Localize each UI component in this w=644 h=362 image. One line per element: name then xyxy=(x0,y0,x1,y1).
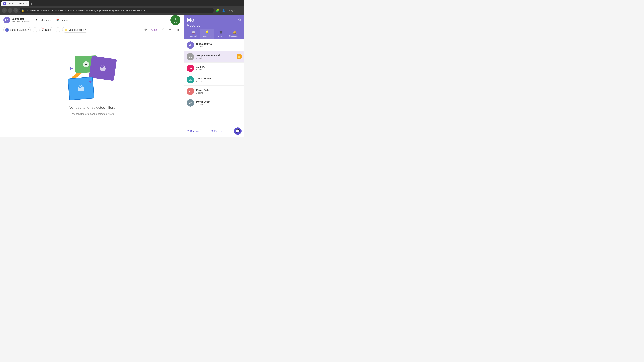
user-role: Teacher - 2 Classes xyxy=(12,20,30,23)
folder-icon: 📁 xyxy=(64,28,68,31)
tab-close-button[interactable]: ✕ xyxy=(26,2,27,5)
address-bar[interactable]: 🔒 ☆ xyxy=(20,8,214,13)
student-selector[interactable]: 👤 Sample Student ▾ xyxy=(3,27,30,33)
journal-item-info: Sample Student - Vi7 posts xyxy=(196,54,235,59)
grid-view-button[interactable]: ⊞ xyxy=(175,27,180,33)
journal-item-posts: 7 posts xyxy=(196,45,242,48)
date-filter[interactable]: 📅 Dates xyxy=(39,27,54,32)
star-icon[interactable]: ☆ xyxy=(210,9,212,12)
browser-action-buttons: 🧩 👤 Incognito ⋮ xyxy=(215,8,242,13)
browser-nav-controls: ‹ › ↻ xyxy=(2,8,18,13)
app-container: LD Lauren Deli Teacher - 2 Classes 💬 Mes… xyxy=(0,15,244,137)
folder-label: Video Lessons xyxy=(69,28,84,31)
tab-journal[interactable]: 📖 Journal xyxy=(187,29,200,39)
journal-item-info: Karen Dale3 posts xyxy=(196,89,242,94)
filter-bar: 👤 Sample Student ▾ ‹ 📅 Dates › 📁 Video L… xyxy=(0,25,184,34)
journal-list-item[interactable]: JPJack Pot4 posts xyxy=(184,62,244,74)
no-results-subtitle: Try changing or clearing selected filter… xyxy=(70,112,114,115)
forward-button[interactable]: › xyxy=(8,8,12,13)
url-input[interactable] xyxy=(26,9,208,11)
arrow-decoration: ▶ xyxy=(70,66,73,70)
students-button[interactable]: ⊕ Students xyxy=(187,129,200,133)
user-profile[interactable]: LD Lauren Deli Teacher - 2 Classes xyxy=(3,17,30,23)
chat-button[interactable]: 💬 xyxy=(234,127,242,135)
student-name: Sample Student xyxy=(10,28,27,31)
calendar-icon: 📅 xyxy=(42,28,44,31)
journal-item-info: Jack Pot4 posts xyxy=(196,65,242,71)
journal-item-posts: 4 posts xyxy=(196,68,242,71)
journal-item-info: Mordi Seem3 posts xyxy=(196,100,242,106)
add-button[interactable]: + Add xyxy=(170,15,180,25)
mountain-icon: 🏔 xyxy=(99,64,107,72)
main-area: LD Lauren Deli Teacher - 2 Classes 💬 Mes… xyxy=(0,15,184,137)
chat-icon: 💬 xyxy=(236,129,240,133)
journal-tab-icon: 📖 xyxy=(191,30,196,34)
progress-tab-icon: 🎓 xyxy=(219,30,223,34)
empty-state-illustration: ▶ ▶ 🏔 🏔 xyxy=(65,56,119,103)
photo-thumbnail-purple: 🏔 xyxy=(89,56,117,81)
journal-item-name: Karen Dale xyxy=(196,89,242,91)
journal-item-name: Class Journal xyxy=(196,42,242,45)
folder-filter[interactable]: 📁 Video Lessons ▾ xyxy=(62,27,88,32)
right-sidebar: Mo ⚙ Moodjoy 📖 Journal 💡 Activities 🎓 Pr… xyxy=(184,15,244,137)
journal-item-info: Class Journal7 posts xyxy=(196,42,242,48)
activities-tab-icon: 💡 xyxy=(205,30,209,34)
avatar-initials: LD xyxy=(5,19,8,21)
menu-icon[interactable]: ⋮ xyxy=(238,8,242,13)
prev-date-button[interactable]: ‹ xyxy=(32,27,37,32)
journal-item-posts: 4 posts xyxy=(196,80,242,82)
back-button[interactable]: ‹ xyxy=(2,8,7,13)
tab-favicon: S xyxy=(3,2,6,5)
notifications-tab-label: Notifications xyxy=(229,35,240,37)
families-button[interactable]: ⊕ Families xyxy=(211,129,223,133)
plus-circle-families-icon: ⊕ xyxy=(211,129,213,133)
dates-label: Dates xyxy=(45,28,52,31)
journal-item-name: John Louises xyxy=(196,77,242,80)
no-results-title: No results for selected filters xyxy=(68,105,115,110)
browser-tab-bar: S Journal - Seesaw ✕ + xyxy=(0,0,244,6)
journal-list-item[interactable]: SSSample Student - Vi7 posts📁 xyxy=(184,51,244,62)
avatar: LD xyxy=(3,17,10,23)
sidebar-tabs: 📖 Journal 💡 Activities 🎓 Progress 🔔 Noti… xyxy=(187,29,242,39)
tab-activities[interactable]: 💡 Activities xyxy=(200,29,214,39)
notifications-tab-icon: 🔔 xyxy=(232,30,237,34)
active-tab[interactable]: S Journal - Seesaw ✕ xyxy=(1,1,29,6)
filter-settings-button[interactable]: ⚙ xyxy=(143,27,148,33)
journal-item-name: Sample Student - Vi xyxy=(196,54,235,57)
tab-progress[interactable]: 🎓 Progress xyxy=(214,29,228,39)
tab-title: Journal - Seesaw xyxy=(8,2,24,5)
journal-list-item[interactable]: MoClass Journal7 posts xyxy=(184,39,244,51)
library-label: Library xyxy=(61,18,68,21)
tab-notifications[interactable]: 🔔 Notifications xyxy=(228,29,242,39)
library-link[interactable]: 📚 Library xyxy=(56,18,68,22)
plus-icon: + xyxy=(174,17,176,21)
new-tab-button[interactable]: + xyxy=(29,2,34,6)
user-name: Lauren Deli xyxy=(12,17,30,20)
journal-item-avatar: KD xyxy=(187,88,194,95)
list-view-button[interactable]: ☰ xyxy=(167,27,173,33)
profile-icon[interactable]: 👤 xyxy=(221,8,226,13)
journal-item-avatar: Mo xyxy=(187,41,194,49)
folder-chevron-icon: ▾ xyxy=(85,29,86,31)
clear-filter-button[interactable]: Clear xyxy=(150,28,158,32)
settings-icon[interactable]: ⚙ xyxy=(238,18,242,22)
journal-list-item[interactable]: JLJohn Louises4 posts xyxy=(184,74,244,86)
journal-list-item[interactable]: KDKaren Dale3 posts xyxy=(184,86,244,97)
students-label: Students xyxy=(190,130,200,132)
journal-list-item[interactable]: MSMordi Seem3 posts xyxy=(184,97,244,109)
reload-button[interactable]: ↻ xyxy=(14,8,18,13)
play-icon: ▶ xyxy=(83,61,89,67)
next-date-button[interactable]: › xyxy=(56,27,60,32)
nav-links: 💬 Messages 📚 Library xyxy=(36,18,68,22)
journal-item-avatar: MS xyxy=(187,99,194,107)
activities-tab-label: Activities xyxy=(203,35,211,37)
journal-item-info: John Louises4 posts xyxy=(196,77,242,82)
messages-link[interactable]: 💬 Messages xyxy=(36,18,52,22)
chevron-down-icon: ▾ xyxy=(28,29,29,31)
plus-circle-icon: ⊕ xyxy=(187,129,189,133)
print-button[interactable]: 🖨 xyxy=(160,27,166,33)
progress-tab-label: Progress xyxy=(217,35,225,37)
browser-address-bar-row: ‹ › ↻ 🔒 ☆ 🧩 👤 Incognito ⋮ xyxy=(0,6,244,15)
extensions-icon[interactable]: 🧩 xyxy=(215,8,220,13)
sidebar-user-row: Mo ⚙ xyxy=(187,17,242,23)
